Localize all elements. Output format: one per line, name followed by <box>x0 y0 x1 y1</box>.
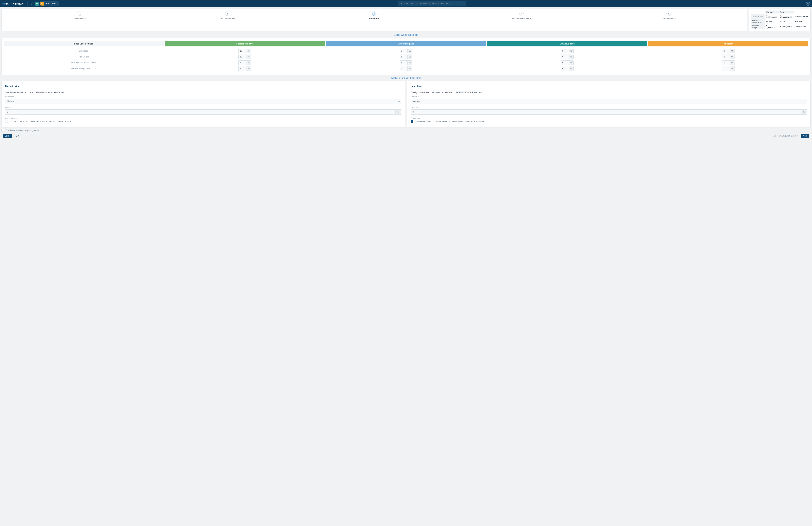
edge-input-group: % <box>561 55 574 59</box>
metrics-card: Current New Parts revenue $ 9,778,885.19… <box>749 9 811 31</box>
exclude-leadtimes-checkbox[interactable] <box>411 120 413 123</box>
edge-input-group: % <box>722 49 735 53</box>
metric-delta: +$1,060,374.36 <box>794 14 809 19</box>
step-revenue-projection[interactable]: 4 Revenue Projection <box>448 12 595 20</box>
edge-value-input[interactable] <box>400 60 407 65</box>
exit-button[interactable]: Exit <box>13 134 21 138</box>
deviation-input[interactable] <box>5 109 395 115</box>
step-circle: 5 <box>667 12 671 16</box>
global-config-row: Enable configuration per pricing group <box>0 128 812 133</box>
step-execution[interactable]: 3 Execution <box>301 12 448 20</box>
top-row: 1 Value Driver 2 Confidence Level 3 Exec… <box>0 7 812 32</box>
edge-input-wrap: % <box>165 55 325 59</box>
step-circle: 3 <box>372 12 376 16</box>
market-price-card: Market price Specify how the market pric… <box>1 81 405 128</box>
edge-input-wrap: % <box>487 66 647 71</box>
edge-value-input[interactable] <box>400 66 407 71</box>
priceguide-badge[interactable]: G PRICEGUIDE <box>40 1 59 6</box>
enable-per-group-checkbox[interactable] <box>1 129 4 132</box>
edge-input-wrap: % <box>165 49 325 53</box>
step-label: Execution <box>369 17 379 20</box>
section-title-edge: Edge Case Settings <box>0 33 812 36</box>
search-box <box>398 1 466 6</box>
edge-input-group: % <box>561 60 574 65</box>
edge-input-wrap: % <box>487 60 647 65</box>
deviation-input[interactable] <box>411 109 801 115</box>
edge-value-input[interactable] <box>238 49 246 53</box>
edge-row-label: Max one-time price reduction <box>3 68 164 70</box>
radar-icon[interactable]: R <box>35 2 39 6</box>
edge-input-wrap: % <box>648 55 809 59</box>
edge-input-group: % <box>561 49 574 53</box>
edge-header-atmarket: At market <box>648 41 809 46</box>
edge-value-input[interactable] <box>722 66 730 71</box>
reference-select[interactable]: Average <box>411 99 807 104</box>
step-circle: 1 <box>78 12 82 16</box>
edge-value-input[interactable] <box>400 55 407 59</box>
step-parts-overview[interactable]: 5 Parts overview <box>595 12 742 20</box>
edge-value-input[interactable] <box>238 60 246 65</box>
metrics-current-header: Current <box>765 11 779 14</box>
app-header: MP MARKTPILOT R G PRICEGUIDE <box>0 0 812 7</box>
search-wrap <box>61 1 804 6</box>
avatar[interactable] <box>806 2 810 6</box>
edge-input-wrap: % <box>326 49 486 53</box>
edge-value-input[interactable] <box>561 55 569 59</box>
edge-value-input[interactable] <box>238 66 246 71</box>
edge-input-wrap: % <box>648 49 809 53</box>
footer: Back Exit ✓ Autosave 10/16/23, 3:24 PM N… <box>0 133 812 140</box>
metric-label: Parts revenue <box>751 14 765 19</box>
metrics-blank-header <box>751 11 765 14</box>
section-title-target: Target price configuration <box>0 76 812 79</box>
percent-unit: % <box>569 66 574 71</box>
edge-value-input[interactable] <box>722 49 730 53</box>
edge-value-input[interactable] <box>722 60 730 65</box>
logo[interactable]: MP MARKTPILOT <box>2 2 25 5</box>
step-label: Parts overview <box>662 17 676 20</box>
edge-header-overpriced: Overpriced parts <box>326 41 486 46</box>
search-input[interactable] <box>398 1 466 6</box>
chart-icon[interactable] <box>30 2 34 6</box>
edge-value-input[interactable] <box>561 66 569 71</box>
edge-input-group: % <box>400 49 412 53</box>
edge-header-exclusive: Exclusive parts <box>487 41 647 46</box>
edge-row: Min Margin%%%% <box>3 49 809 53</box>
step-value-driver[interactable]: 1 Value Driver <box>6 12 154 20</box>
step-confidence-level[interactable]: 2 Confidence Level <box>154 12 301 20</box>
reference-label: Reference <box>5 96 401 98</box>
edge-input-wrap: % <box>326 55 486 59</box>
edge-input-wrap: % <box>165 60 325 65</box>
separator <box>27 1 28 6</box>
edge-row: Max one-time price increase%%%% <box>3 60 809 65</box>
card-title: Market price <box>5 85 401 88</box>
logo-text: MARKTPILOT <box>6 2 25 5</box>
metric-delta: +0.6 %p <box>794 19 809 24</box>
deviation-input-group: % <box>411 109 807 115</box>
back-button[interactable]: Back <box>3 134 12 138</box>
percent-unit: % <box>407 66 412 71</box>
edge-value-input[interactable] <box>238 55 246 59</box>
table-row: Parts revenue $ 9,778,885.19 $ 10,839,25… <box>751 14 809 19</box>
edge-input-group: % <box>722 55 735 59</box>
edge-value-input[interactable] <box>722 55 730 59</box>
edge-input-group: % <box>722 66 735 71</box>
percent-unit: % <box>246 49 251 53</box>
edge-value-input[interactable] <box>400 49 407 53</box>
next-button[interactable]: Next <box>801 134 809 138</box>
autosave-status: ✓ Autosave 10/16/23, 3:24 PM <box>771 135 798 137</box>
metrics-blank-header <box>794 11 809 14</box>
exclude-prices-checkbox[interactable] <box>5 120 8 123</box>
edge-row-label: Max Margin <box>3 56 164 58</box>
edge-value-input[interactable] <box>561 49 569 53</box>
edge-input-wrap: % <box>326 66 486 71</box>
step-label: Value Driver <box>74 17 86 20</box>
edge-input-group: % <box>238 60 251 65</box>
reference-select[interactable]: Median <box>5 99 401 104</box>
edge-value-input[interactable] <box>561 60 569 65</box>
lead-time-card: Lead time Specify how the lead time shou… <box>407 81 811 128</box>
metric-label: Absolute margin <box>751 24 765 29</box>
edge-input-group: % <box>400 55 412 59</box>
percent-unit: % <box>730 60 735 65</box>
edge-input-group: % <box>238 49 251 53</box>
edge-input-wrap: % <box>487 49 647 53</box>
